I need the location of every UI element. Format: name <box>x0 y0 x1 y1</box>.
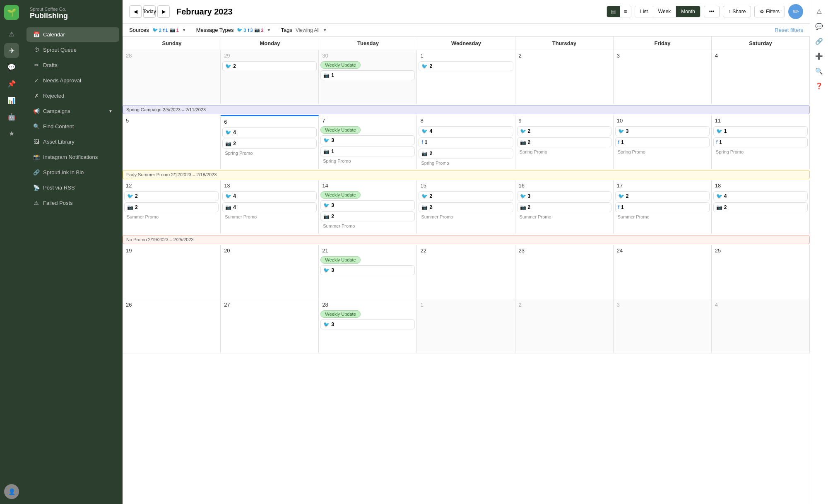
post-card[interactable]: 🐦 4 <box>222 191 317 201</box>
post-card[interactable]: 🐦 2 <box>419 191 513 201</box>
nav-item-calendar[interactable]: 📅 Calendar <box>26 27 119 42</box>
month-mode-button[interactable]: Month <box>676 6 700 17</box>
sidebar-icon-alerts[interactable]: ⚠ <box>4 26 19 41</box>
sidebar-icon-inbox[interactable]: 💬 <box>4 60 19 74</box>
reset-filters-button[interactable]: Reset filters <box>775 27 803 33</box>
day-cell-feb16[interactable]: 16 🐦 3 📷 2 Summer Promo <box>515 180 614 234</box>
week-mode-button[interactable]: Week <box>653 6 676 17</box>
day-cell-mar3[interactable]: 3 <box>614 299 712 353</box>
post-card[interactable]: 🐦 1 <box>713 126 808 136</box>
prev-button[interactable]: ◀ <box>129 5 142 18</box>
day-cell-feb20[interactable]: 20 <box>221 245 319 299</box>
post-card[interactable]: 📷 2 <box>124 202 219 212</box>
day-cell-jan29[interactable]: 29 🐦 2 <box>221 50 319 104</box>
post-card[interactable]: 🐦 4 <box>713 191 808 201</box>
right-sidebar-link-icon[interactable]: 🔗 <box>813 35 826 48</box>
day-cell-feb10[interactable]: 10 🐦 3 f 1 Spring Promo <box>614 115 712 169</box>
post-card[interactable]: 🐦 2 <box>517 126 611 136</box>
post-card[interactable]: 📷 2 <box>419 202 513 212</box>
sources-filter[interactable]: Sources 🐦 2 f 1 📷 1 ▼ <box>129 27 186 33</box>
day-cell-feb4[interactable]: 4 <box>712 50 810 104</box>
filters-button[interactable]: ⚙ Filters <box>754 6 785 17</box>
message-types-filter[interactable]: Message Types 🐦 3 f 3 📷 2 ▼ <box>196 27 271 33</box>
post-card[interactable]: 🐦 3 <box>320 265 415 275</box>
day-cell-jan30[interactable]: 30 Weekly Update 📷 1 <box>319 50 417 104</box>
day-cell-feb18[interactable]: 18 🐦 4 📷 2 <box>712 180 810 234</box>
post-card[interactable]: 🐦 2 <box>222 61 317 71</box>
day-cell-jan28[interactable]: 28 <box>123 50 221 104</box>
sidebar-icon-pin[interactable]: 📌 <box>4 76 19 91</box>
list-view-button[interactable]: ≡ <box>620 6 631 17</box>
right-sidebar-search-icon[interactable]: 🔍 <box>813 65 826 78</box>
post-card[interactable]: 🐦 3 <box>320 319 415 329</box>
day-cell-feb5[interactable]: 5 <box>123 115 221 169</box>
day-cell-feb26[interactable]: 26 <box>123 299 221 353</box>
nav-item-campaigns[interactable]: 📢 Campaigns ▼ <box>26 104 119 118</box>
nav-item-needs-approval[interactable]: ✓ Needs Approval <box>26 73 119 88</box>
right-sidebar-alert-icon[interactable]: ⚠ <box>813 5 826 18</box>
day-cell-mar4[interactable]: 4 <box>712 299 810 353</box>
right-sidebar-help-icon[interactable]: ❓ <box>813 79 826 93</box>
sidebar-icon-publishing[interactable]: ✈ <box>4 43 19 58</box>
post-card[interactable]: 🐦 3 <box>517 191 611 201</box>
nav-item-sprout-queue[interactable]: ⏱ Sprout Queue <box>26 43 119 57</box>
nav-item-post-via-rss[interactable]: 📡 Post via RSS <box>26 180 119 195</box>
day-cell-feb23[interactable]: 23 <box>515 245 614 299</box>
post-card[interactable]: 📷 2 <box>713 202 808 212</box>
post-card[interactable]: 🐦 2 <box>419 61 513 71</box>
day-cell-feb12[interactable]: 12 🐦 2 📷 2 Summer Promo <box>123 180 221 234</box>
day-cell-feb8[interactable]: 8 🐦 4 f 1 📷 2 Spring Promo <box>417 115 515 169</box>
sidebar-icon-star[interactable]: ★ <box>4 126 19 141</box>
day-cell-feb17[interactable]: 17 🐦 2 f 1 Summer Promo <box>614 180 712 234</box>
post-card[interactable]: 🐦 3 <box>615 126 710 136</box>
post-card[interactable]: f 1 <box>615 202 710 212</box>
nav-item-find-content[interactable]: 🔍 Find Content <box>26 119 119 134</box>
day-cell-feb11[interactable]: 11 🐦 1 f 1 Spring Promo <box>712 115 810 169</box>
post-card[interactable]: 🐦 3 <box>320 135 415 145</box>
post-card[interactable]: 📷 2 <box>517 202 611 212</box>
nav-item-drafts[interactable]: ✏ Drafts <box>26 58 119 72</box>
day-cell-mar1[interactable]: 1 <box>417 299 515 353</box>
post-card[interactable]: f 1 <box>713 137 808 147</box>
post-card[interactable]: 📷 2 <box>517 137 611 147</box>
post-card[interactable]: 📷 1 <box>320 70 415 80</box>
nav-item-instagram-notifications[interactable]: 📸 Instagram Notifications <box>26 150 119 164</box>
post-card[interactable]: 🐦 2 <box>124 191 219 201</box>
post-card[interactable]: 📷 2 <box>222 139 317 149</box>
grid-view-button[interactable]: ▤ <box>607 6 620 17</box>
day-cell-feb9[interactable]: 9 🐦 2 📷 2 Spring Promo <box>515 115 614 169</box>
today-button[interactable]: Today <box>143 5 156 18</box>
create-post-button[interactable]: ✏ <box>788 4 803 19</box>
post-card[interactable]: 🐦 4 <box>222 127 317 137</box>
sidebar-icon-reports[interactable]: 📊 <box>4 93 19 108</box>
right-sidebar-add-icon[interactable]: ➕ <box>813 50 826 63</box>
day-cell-feb2[interactable]: 2 <box>515 50 614 104</box>
post-card[interactable]: 📷 2 <box>419 149 513 158</box>
day-cell-feb21[interactable]: 21 Weekly Update 🐦 3 <box>319 245 417 299</box>
day-cell-feb1[interactable]: 1 🐦 2 <box>417 50 515 104</box>
day-cell-feb27[interactable]: 27 <box>221 299 319 353</box>
post-card[interactable]: 🐦 3 <box>320 200 415 210</box>
more-button[interactable]: ••• <box>704 6 720 17</box>
post-card[interactable]: 🐦 4 <box>419 126 513 136</box>
post-card[interactable]: 📷 1 <box>320 146 415 156</box>
day-cell-feb7[interactable]: 7 Weekly Update 🐦 3 📷 1 Spring Promo <box>319 115 417 169</box>
nav-item-failed-posts[interactable]: ⚠ Failed Posts <box>26 196 119 210</box>
right-sidebar-chat-icon[interactable]: 💬 <box>813 20 826 33</box>
day-cell-feb13[interactable]: 13 🐦 4 📷 4 Summer Promo <box>221 180 319 234</box>
post-card[interactable]: 📷 2 <box>320 211 415 221</box>
next-button[interactable]: ▶ <box>157 5 170 18</box>
day-cell-feb22[interactable]: 22 <box>417 245 515 299</box>
day-cell-feb3[interactable]: 3 <box>614 50 712 104</box>
post-card[interactable]: 📷 4 <box>222 202 317 212</box>
share-button[interactable]: ↑ Share <box>723 6 751 17</box>
day-cell-feb28[interactable]: 28 Weekly Update 🐦 3 <box>319 299 417 353</box>
day-cell-feb24[interactable]: 24 <box>614 245 712 299</box>
day-cell-feb25[interactable]: 25 <box>712 245 810 299</box>
post-card[interactable]: f 1 <box>419 137 513 147</box>
day-cell-feb6[interactable]: 6 🐦 4 📷 2 Spring Promo <box>221 115 319 169</box>
user-avatar[interactable]: 👤 <box>4 484 19 499</box>
post-card[interactable]: 🐦 2 <box>615 191 710 201</box>
day-cell-mar2[interactable]: 2 <box>515 299 614 353</box>
nav-item-asset-library[interactable]: 🖼 Asset Library <box>26 134 119 149</box>
